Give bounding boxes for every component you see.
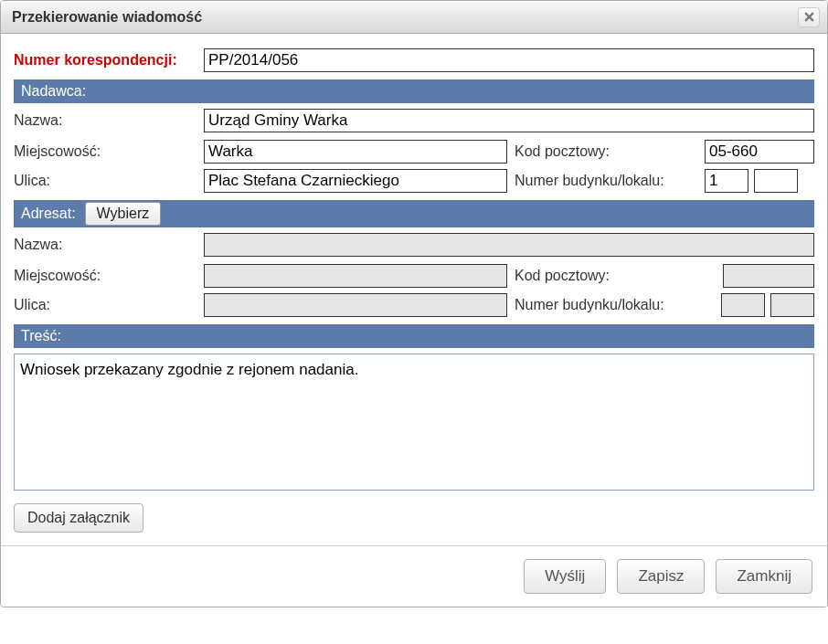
numer-korespondencji-label: Numer korespondencji: [14, 51, 196, 69]
close-button[interactable]: Zamknij [716, 559, 812, 594]
tresc-textarea[interactable] [14, 354, 814, 491]
section-adresat-title: Adresat: [21, 206, 76, 222]
wybierz-button[interactable]: Wybierz [85, 202, 162, 226]
dialog-actions: Wyślij Zapisz Zamknij [1, 545, 827, 607]
adresat-miejscowosc-label: Miejscowość: [14, 268, 196, 284]
nadawca-ulica-input[interactable] [204, 169, 507, 193]
nadawca-nr-budynku-input[interactable] [705, 169, 748, 193]
section-tresc-header: Treść: [14, 324, 814, 348]
adresat-nr-budynku-input[interactable] [721, 293, 765, 317]
save-button[interactable]: Zapisz [617, 559, 705, 594]
nadawca-nazwa-input[interactable] [204, 109, 814, 132]
adresat-nr-lokalu-input[interactable] [770, 293, 814, 317]
adresat-kod-label: Kod pocztowy: [515, 268, 697, 284]
add-attachment-button[interactable]: Dodaj załącznik [14, 503, 143, 533]
adresat-miejscowosc-input[interactable] [204, 264, 507, 288]
adresat-nr-label: Numer budynku/lokalu: [515, 297, 697, 313]
nadawca-nr-label: Numer budynku/lokalu: [515, 173, 697, 189]
section-nadawca-title: Nadawca: [21, 83, 86, 100]
dialog: Przekierowanie wiadomość Numer korespond… [0, 0, 828, 607]
nadawca-ulica-label: Ulica: [14, 173, 196, 189]
adresat-kod-input[interactable] [723, 264, 814, 288]
adresat-ulica-input[interactable] [204, 293, 507, 317]
section-tresc-title: Treść: [21, 328, 61, 344]
section-nadawca-header: Nadawca: [14, 79, 814, 103]
nadawca-nr-lokalu-input[interactable] [754, 169, 798, 193]
nadawca-nazwa-label: Nazwa: [14, 112, 196, 129]
numer-korespondencji-input[interactable] [204, 48, 814, 72]
adresat-ulica-label: Ulica: [14, 297, 196, 313]
adresat-nazwa-label: Nazwa: [14, 237, 196, 253]
dialog-body: Numer korespondencji: Nadawca: Nazwa: Mi… [1, 34, 827, 545]
send-button[interactable]: Wyślij [524, 559, 606, 594]
nadawca-miejscowosc-input[interactable] [204, 140, 507, 164]
titlebar: Przekierowanie wiadomość [1, 1, 827, 34]
section-adresat-header: Adresat: Wybierz [14, 200, 814, 227]
nadawca-kod-input[interactable] [705, 140, 814, 164]
close-icon[interactable] [798, 7, 820, 27]
nadawca-miejscowosc-label: Miejscowość: [14, 143, 196, 160]
nadawca-kod-label: Kod pocztowy: [515, 143, 697, 160]
adresat-nazwa-input[interactable] [204, 233, 814, 257]
dialog-title: Przekierowanie wiadomość [12, 9, 798, 26]
